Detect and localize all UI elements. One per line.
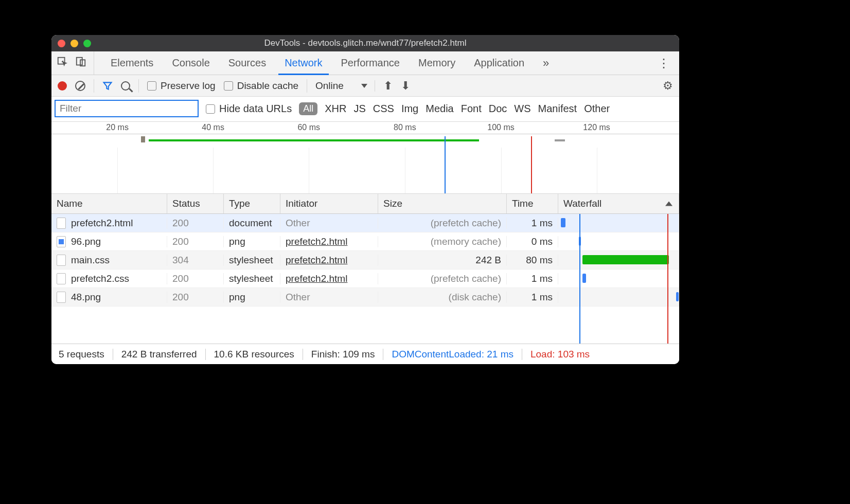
throttling-select[interactable]: Online <box>315 80 375 92</box>
request-time: 0 ms <box>507 236 558 247</box>
waterfall-bar <box>582 255 669 264</box>
filter-input[interactable] <box>55 100 199 117</box>
request-size: (prefetch cache) <box>378 218 507 229</box>
tab-elements[interactable]: Elements <box>101 51 163 75</box>
col-size[interactable]: Size <box>378 194 507 213</box>
dropdown-caret-icon <box>361 84 367 88</box>
clear-icon[interactable] <box>75 81 85 91</box>
request-waterfall <box>558 269 679 287</box>
col-type[interactable]: Type <box>224 194 280 213</box>
zoom-button[interactable] <box>83 40 91 47</box>
request-waterfall <box>558 214 679 232</box>
tab-memory[interactable]: Memory <box>409 51 465 75</box>
filter-type-manifest[interactable]: Manifest <box>538 103 577 115</box>
record-button[interactable] <box>58 81 67 91</box>
request-time: 1 ms <box>507 292 558 303</box>
request-status: 200 <box>167 218 224 229</box>
col-initiator[interactable]: Initiator <box>280 194 378 213</box>
overview-timeline[interactable]: 20 ms40 ms60 ms80 ms100 ms120 ms <box>51 122 679 194</box>
filter-type-all[interactable]: All <box>299 102 317 115</box>
settings-gear-icon[interactable]: ⚙ <box>663 79 673 93</box>
overview-range-handle[interactable] <box>141 136 145 142</box>
filter-icon[interactable] <box>102 81 113 91</box>
overview-activity-bar-2 <box>555 139 565 141</box>
timeline-tick-label: 80 ms <box>394 123 416 132</box>
request-initiator[interactable]: prefetch2.html <box>280 273 378 284</box>
request-size: (prefetch cache) <box>378 273 507 284</box>
filter-type-font[interactable]: Font <box>461 103 482 115</box>
document-file-icon <box>57 292 66 303</box>
col-status[interactable]: Status <box>167 194 224 213</box>
waterfall-bar <box>676 292 679 301</box>
table-row[interactable]: main.css304stylesheetprefetch2.html242 B… <box>51 251 679 269</box>
titlebar: DevTools - devtools.glitch.me/wndt77/pre… <box>51 35 679 51</box>
search-icon[interactable] <box>121 81 130 91</box>
request-name: prefetch2.css <box>71 273 129 284</box>
tab-application[interactable]: Application <box>465 51 534 75</box>
filter-bar: Hide data URLs AllXHRJSCSSImgMediaFontDo… <box>51 97 679 122</box>
tabs-overflow[interactable]: » <box>534 51 558 75</box>
col-waterfall[interactable]: Waterfall <box>558 194 679 213</box>
request-waterfall <box>558 288 679 306</box>
request-status: 304 <box>167 255 224 266</box>
timeline-tick-label: 100 ms <box>487 123 514 132</box>
status-load: Load: 103 ms <box>522 349 598 360</box>
tab-console[interactable]: Console <box>163 51 219 75</box>
filter-type-other[interactable]: Other <box>584 103 610 115</box>
filter-type-ws[interactable]: WS <box>514 103 530 115</box>
minimize-button[interactable] <box>70 40 78 47</box>
filter-type-img[interactable]: Img <box>401 103 418 115</box>
filter-type-media[interactable]: Media <box>426 103 453 115</box>
table-header: Name Status Type Initiator Size Time Wat… <box>51 194 679 214</box>
device-toggle-icon[interactable] <box>75 56 86 70</box>
request-type: png <box>224 236 280 247</box>
request-name: 96.png <box>71 236 101 247</box>
filter-type-css[interactable]: CSS <box>373 103 394 115</box>
table-row[interactable]: prefetch2.css200stylesheetprefetch2.html… <box>51 269 679 288</box>
preserve-log-checkbox[interactable]: Preserve log <box>147 80 216 92</box>
request-initiator[interactable]: prefetch2.html <box>280 255 378 266</box>
load-marker <box>531 136 532 194</box>
col-name[interactable]: Name <box>51 194 167 213</box>
tab-performance[interactable]: Performance <box>332 51 410 75</box>
request-initiator: Other <box>280 292 378 303</box>
inspect-icon[interactable] <box>57 56 68 70</box>
window-title: DevTools - devtools.glitch.me/wndt77/pre… <box>51 38 679 48</box>
request-size: (memory cache) <box>378 236 507 247</box>
request-time: 80 ms <box>507 255 558 266</box>
timeline-tick-label: 120 ms <box>583 123 610 132</box>
table-row[interactable]: prefetch2.html200documentOther(prefetch … <box>51 214 679 232</box>
waterfall-bar <box>579 237 581 246</box>
filter-type-js[interactable]: JS <box>353 103 365 115</box>
request-type: stylesheet <box>224 273 280 284</box>
filter-type-xhr[interactable]: XHR <box>325 103 346 115</box>
panel-tabs: ElementsConsoleSourcesNetworkPerformance… <box>51 51 679 75</box>
timeline-tick-label: 40 ms <box>202 123 224 132</box>
request-name: prefetch2.html <box>71 218 133 229</box>
hide-data-urls-checkbox[interactable]: Hide data URLs <box>206 103 292 115</box>
request-waterfall <box>558 232 679 250</box>
filter-type-doc[interactable]: Doc <box>489 103 507 115</box>
col-time[interactable]: Time <box>507 194 558 213</box>
close-button[interactable] <box>58 40 65 47</box>
disable-cache-checkbox[interactable]: Disable cache <box>224 80 298 92</box>
svg-rect-1 <box>77 58 82 65</box>
upload-har-icon[interactable]: ⬆ <box>383 79 393 93</box>
request-name: main.css <box>71 255 110 266</box>
request-name: 48.png <box>71 292 101 303</box>
table-row[interactable]: 48.png200pngOther(disk cache)1 ms <box>51 288 679 307</box>
request-status: 200 <box>167 292 224 303</box>
download-har-icon[interactable]: ⬇ <box>401 79 410 93</box>
tab-network[interactable]: Network <box>275 51 331 75</box>
requests-table: Name Status Type Initiator Size Time Wat… <box>51 194 679 344</box>
request-initiator[interactable]: prefetch2.html <box>280 236 378 247</box>
waterfall-bar <box>582 274 586 283</box>
table-row[interactable]: 96.png200pngprefetch2.html(memory cache)… <box>51 232 679 251</box>
waterfall-bar <box>561 218 565 227</box>
status-domcontentloaded: DOMContentLoaded: 21 ms <box>383 349 522 360</box>
request-status: 200 <box>167 273 224 284</box>
status-requests: 5 requests <box>59 349 113 360</box>
document-file-icon <box>57 218 66 229</box>
request-status: 200 <box>167 236 224 247</box>
tab-sources[interactable]: Sources <box>219 51 275 75</box>
